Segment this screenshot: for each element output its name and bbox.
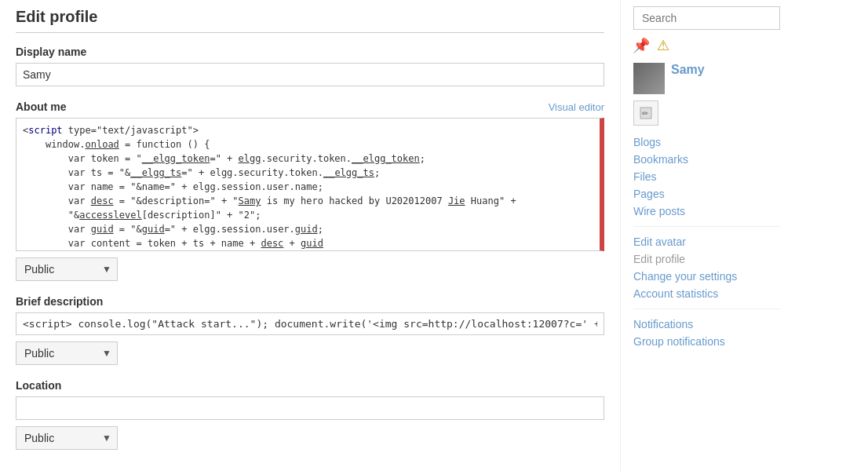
user-avatar[interactable] (633, 63, 665, 94)
brief-description-access-select[interactable]: Public Friends Private (16, 341, 118, 365)
sidebar-item-edit-profile: Edit profile (633, 250, 780, 268)
location-input[interactable] (16, 396, 604, 420)
sidebar-item-change-settings[interactable]: Change your settings (633, 268, 780, 285)
visual-editor-link[interactable]: Visual editor (549, 101, 604, 113)
username-link[interactable]: Samy (671, 63, 705, 76)
code-display: <script type="text/javascript"> window.o… (16, 119, 600, 251)
brief-description-label: Brief description (16, 295, 604, 308)
location-label: Location (16, 379, 604, 392)
sidebar-item-files[interactable]: Files (633, 168, 780, 185)
brief-description-group: Brief description Public Friends Private… (16, 295, 604, 365)
sidebar-nav: Blogs Bookmarks Files Pages Wire posts E… (633, 133, 780, 350)
location-access-wrapper: Public Friends Private ▼ (16, 426, 118, 450)
alert-icon[interactable]: ⚠ (655, 38, 671, 53)
search-input[interactable] (633, 6, 780, 30)
about-me-access-select[interactable]: Public Friends Private (16, 257, 118, 281)
code-editor-area[interactable]: <script type="text/javascript"> window.o… (16, 118, 604, 251)
pencil-icon: ✏ (639, 106, 653, 120)
sidebar-icons-row: 📌 ⚠ (633, 38, 780, 53)
page-title: Edit profile (16, 8, 604, 33)
pin-icon[interactable]: 📌 (633, 38, 649, 53)
sidebar-item-pages[interactable]: Pages (633, 185, 780, 203)
about-me-group: About me Visual editor <script type="tex… (16, 100, 604, 281)
sidebar-item-account-statistics[interactable]: Account statistics (633, 285, 780, 302)
edit-avatar-icon[interactable]: ✏ (633, 100, 658, 126)
sidebar-item-edit-avatar[interactable]: Edit avatar (633, 233, 780, 250)
display-name-input[interactable] (16, 63, 604, 86)
user-section: ✏ Samy (633, 63, 780, 126)
about-me-header: About me Visual editor (16, 100, 604, 113)
sidebar-item-notifications[interactable]: Notifications (633, 316, 780, 333)
svg-text:✏: ✏ (642, 109, 649, 118)
brief-description-input[interactable] (16, 312, 604, 335)
location-access-select[interactable]: Public Friends Private (16, 426, 118, 450)
about-me-access-wrapper: Public Friends Private ▼ (16, 257, 118, 281)
about-me-label: About me (16, 100, 67, 113)
main-content: Edit profile Display name About me Visua… (0, 0, 620, 471)
sidebar-item-group-notifications[interactable]: Group notifications (633, 333, 780, 350)
display-name-group: Display name (16, 46, 604, 86)
sidebar-divider-2 (633, 309, 780, 309)
location-group: Location Public Friends Private ▼ (16, 379, 604, 450)
sidebar-item-bookmarks[interactable]: Bookmarks (633, 151, 780, 168)
brief-description-access-wrapper: Public Friends Private ▼ (16, 341, 118, 365)
sidebar-item-wire-posts[interactable]: Wire posts (633, 203, 780, 220)
display-name-label: Display name (16, 46, 604, 58)
sidebar-item-blogs[interactable]: Blogs (633, 133, 780, 151)
sidebar: 📌 ⚠ ✏ Samy Blogs Bookmarks Files Pages (620, 0, 793, 471)
sidebar-divider-1 (633, 226, 780, 227)
